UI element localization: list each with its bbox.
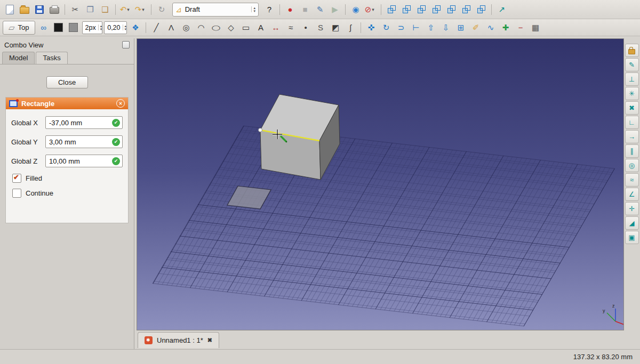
redo[interactable]: ↷ — [134, 3, 148, 17]
refresh[interactable]: ↻ — [155, 3, 169, 17]
snap-ortho[interactable]: ∠ — [625, 188, 639, 201]
float-panel-button[interactable] — [122, 41, 130, 48]
draft-remove-point[interactable]: − — [514, 21, 527, 35]
macro-execute[interactable]: ▶ — [328, 3, 342, 17]
workbench-selector[interactable]: ⊿ Draft — [172, 3, 259, 17]
draft-circle[interactable]: ◎ — [179, 21, 193, 35]
whats-this[interactable]: ? — [262, 3, 276, 17]
3d-viewport[interactable]: z y x — [137, 38, 624, 330]
snap-grid[interactable]: ✛ — [625, 202, 639, 215]
line-color-swatch[interactable] — [52, 21, 66, 35]
face-color-swatch-icon — [69, 23, 78, 32]
workbench-spinner-icon[interactable] — [251, 6, 255, 13]
draft-shape-2d-view[interactable]: ▦ — [529, 21, 542, 35]
redo-dropdown-icon[interactable] — [142, 7, 147, 12]
view-right[interactable] — [429, 3, 443, 17]
document-tab-label: Unnamed1 : 1* — [157, 336, 203, 344]
copy[interactable]: ❐ — [83, 3, 97, 17]
draft-add-point[interactable]: ✚ — [499, 21, 513, 35]
snap-near[interactable]: ≈ — [625, 173, 639, 187]
view-top[interactable] — [414, 3, 428, 17]
draft-wire-to-bspline[interactable]: ∿ — [484, 21, 498, 35]
global-z-input[interactable]: 10,00 mm — [45, 155, 123, 167]
draft-upgrade[interactable]: ⇧ — [424, 21, 438, 35]
view-front[interactable] — [399, 3, 413, 17]
save-document[interactable] — [33, 3, 46, 17]
draft-downgrade[interactable]: ⇩ — [439, 21, 453, 35]
snap-working-plane[interactable]: ◢ — [625, 216, 639, 230]
task-close-icon[interactable] — [116, 99, 125, 108]
face-color-swatch[interactable] — [67, 21, 81, 35]
macro-stop[interactable]: ■ — [298, 3, 312, 17]
draft-rotate[interactable]: ↻ — [379, 21, 393, 35]
macro-record[interactable]: ● — [283, 3, 297, 17]
print-document-icon — [50, 7, 59, 14]
snap-center[interactable]: ✳ — [625, 87, 639, 100]
new-document[interactable] — [3, 3, 17, 17]
line-width-spinner-icon[interactable] — [98, 25, 102, 31]
tab-model[interactable]: Model — [2, 52, 35, 64]
apply-current-style[interactable]: ❖ — [129, 21, 142, 35]
draft-facebinder[interactable]: ◩ — [329, 21, 342, 35]
print-document[interactable] — [47, 3, 61, 17]
snap-lock[interactable] — [625, 44, 639, 57]
draft-ellipse[interactable]: ◯ — [209, 21, 223, 35]
draft-text[interactable]: A — [254, 21, 268, 35]
toggle-construction-mode[interactable]: ∞ — [37, 21, 51, 35]
view-axonometric[interactable] — [385, 3, 398, 17]
cut[interactable]: ✂ — [68, 3, 82, 17]
measure-distance[interactable]: ↗ — [495, 3, 509, 17]
snap-endpoint[interactable]: ✎ — [625, 58, 639, 71]
snap-extension[interactable]: → — [625, 130, 639, 143]
draft-toolbar: ▱ Top ∞ 2px 0,20 ❖╱Λ◎◠◯◇▭A↔≈•S◩ʃ✜↻⊃⊢⇧⇩⊞✐… — [0, 19, 640, 36]
undo-dropdown-icon[interactable] — [127, 7, 132, 12]
draft-offset[interactable]: ⊃ — [394, 21, 408, 35]
draft-dimension[interactable]: ↔ — [269, 21, 283, 35]
snap-intersection-icon: ✖ — [629, 104, 635, 111]
draft-rectangle[interactable]: ▭ — [239, 21, 253, 35]
macro-edit[interactable]: ✎ — [313, 3, 327, 17]
draw-style-dropdown-icon[interactable] — [372, 7, 377, 12]
draft-point[interactable]: • — [299, 21, 313, 35]
draft-bspline[interactable]: ≈ — [284, 21, 298, 35]
filled-checkbox[interactable] — [12, 174, 21, 183]
snap-special[interactable]: ◎ — [625, 159, 639, 172]
undo[interactable]: ↶ — [119, 3, 133, 17]
view-bottom[interactable] — [459, 3, 473, 17]
scale-spinner-icon[interactable] — [123, 25, 127, 31]
tab-tasks[interactable]: Tasks — [36, 52, 67, 64]
view-left[interactable] — [474, 3, 488, 17]
snap-dimensions[interactable]: ▣ — [625, 231, 639, 244]
working-plane-button[interactable]: ▱ Top — [3, 21, 35, 35]
view-rear[interactable] — [444, 3, 458, 17]
draft-edit[interactable]: ✐ — [469, 21, 483, 35]
global-x-input[interactable]: -37,00 mm — [45, 116, 123, 129]
zoom-fit-all[interactable]: ◉ — [349, 3, 363, 17]
snap-midpoint[interactable]: ⊥ — [625, 72, 639, 86]
rectangle-object[interactable] — [227, 186, 271, 209]
draft-line[interactable]: ╱ — [149, 21, 163, 35]
global-y-input[interactable]: 3,00 mm — [45, 135, 123, 148]
paste[interactable]: ❑ — [98, 3, 112, 17]
snap-perpendicular[interactable]: ∟ — [625, 116, 639, 129]
scale-input[interactable]: 0,20 — [104, 21, 127, 34]
line-width-input[interactable]: 2px — [82, 21, 103, 34]
draw-style[interactable]: ⊘ — [364, 3, 378, 17]
draft-trimex[interactable]: ⊢ — [409, 21, 423, 35]
draft-shapestring[interactable]: S — [314, 21, 327, 35]
combo-view-header: Combo View — [0, 38, 134, 51]
draft-bezier[interactable]: ʃ — [343, 21, 357, 35]
close-document-icon[interactable] — [207, 337, 212, 344]
snap-extension-icon: → — [628, 133, 635, 140]
draft-move[interactable]: ✜ — [364, 21, 378, 35]
draft-polyline[interactable]: Λ — [164, 21, 178, 35]
document-tab[interactable]: Unnamed1 : 1* — [138, 332, 219, 348]
snap-intersection[interactable]: ✖ — [625, 101, 639, 115]
draft-polygon[interactable]: ◇ — [224, 21, 238, 35]
draft-scale[interactable]: ⊞ — [454, 21, 468, 35]
close-task-button[interactable]: Close — [46, 76, 88, 88]
open-document[interactable] — [18, 3, 31, 17]
continue-checkbox[interactable] — [12, 189, 21, 198]
draft-arc[interactable]: ◠ — [194, 21, 208, 35]
snap-parallel[interactable]: ∥ — [625, 144, 639, 158]
